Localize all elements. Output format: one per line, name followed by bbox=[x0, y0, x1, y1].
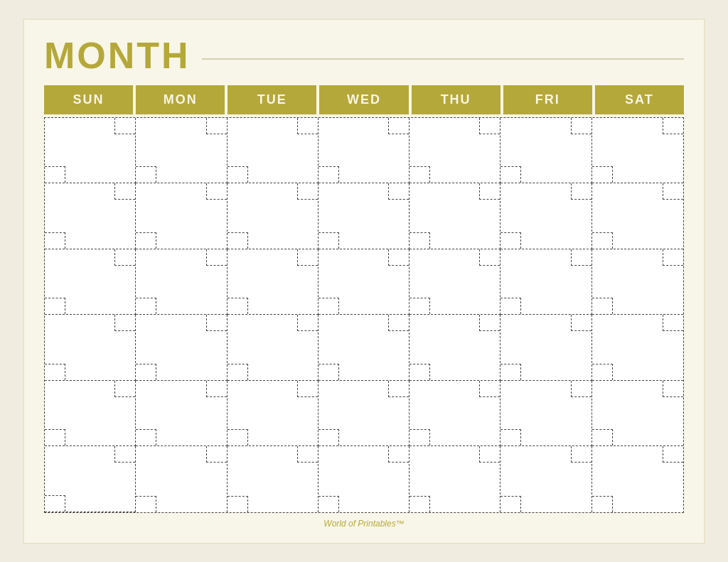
calendar-cell[interactable] bbox=[592, 446, 683, 512]
calendar-cell[interactable] bbox=[45, 249, 136, 315]
month-title: MONTH bbox=[44, 37, 191, 74]
day-header-sat: SAT bbox=[595, 85, 684, 114]
calendar-cell[interactable] bbox=[410, 118, 500, 184]
calendar-cell[interactable] bbox=[318, 446, 410, 512]
calendar-cell[interactable] bbox=[318, 315, 410, 381]
calendar-cell[interactable] bbox=[318, 249, 410, 315]
calendar-cell[interactable] bbox=[500, 183, 592, 249]
calendar-cell[interactable] bbox=[410, 249, 500, 315]
calendar-cell[interactable] bbox=[45, 183, 136, 249]
day-header-thu: THU bbox=[412, 85, 500, 114]
calendar-cell[interactable] bbox=[592, 315, 683, 381]
calendar-container: MONTH SUN MON TUE WED THU FRI SAT World … bbox=[23, 18, 705, 544]
day-header-mon: MON bbox=[136, 85, 225, 114]
calendar-cell[interactable] bbox=[136, 446, 227, 512]
calendar-cell[interactable] bbox=[228, 118, 318, 184]
calendar-cell[interactable] bbox=[136, 381, 227, 447]
calendar-cell[interactable] bbox=[592, 118, 683, 184]
calendar-cell[interactable] bbox=[592, 183, 683, 249]
calendar-cell[interactable] bbox=[410, 381, 500, 447]
calendar-cell[interactable] bbox=[45, 315, 136, 381]
calendar-cell[interactable] bbox=[592, 381, 683, 447]
calendar-grid bbox=[44, 117, 684, 513]
day-header-wed: WED bbox=[319, 85, 408, 114]
calendar-cell[interactable] bbox=[500, 249, 592, 315]
calendar-cell[interactable] bbox=[136, 118, 227, 184]
month-input-line[interactable] bbox=[202, 51, 684, 60]
calendar-cell[interactable] bbox=[228, 315, 318, 381]
calendar-cell[interactable] bbox=[500, 446, 592, 512]
calendar-cell[interactable] bbox=[228, 381, 318, 447]
calendar-cell[interactable] bbox=[592, 249, 683, 315]
calendar-cell[interactable] bbox=[136, 249, 227, 315]
day-header-fri: FRI bbox=[503, 85, 592, 114]
calendar-cell[interactable] bbox=[500, 315, 592, 381]
calendar-cell[interactable] bbox=[410, 183, 500, 249]
calendar-cell[interactable] bbox=[318, 183, 410, 249]
calendar-cell[interactable] bbox=[410, 446, 500, 512]
calendar-cell[interactable] bbox=[318, 118, 410, 184]
calendar-cell[interactable] bbox=[45, 446, 136, 512]
calendar-cell[interactable] bbox=[500, 118, 592, 184]
calendar-cell[interactable] bbox=[136, 183, 227, 249]
calendar-cell[interactable] bbox=[228, 249, 318, 315]
calendar-cell[interactable] bbox=[228, 446, 318, 512]
calendar-cell[interactable] bbox=[136, 315, 227, 381]
calendar-cell[interactable] bbox=[500, 381, 592, 447]
calendar-cell[interactable] bbox=[45, 118, 136, 184]
calendar-cell[interactable] bbox=[410, 315, 500, 381]
day-header-sun: SUN bbox=[44, 85, 133, 114]
day-header-tue: TUE bbox=[228, 85, 316, 114]
calendar-header: MONTH bbox=[44, 37, 684, 74]
calendar-cell[interactable] bbox=[318, 381, 410, 447]
calendar-cell[interactable] bbox=[45, 381, 136, 447]
footer-text: World of Printables™ bbox=[44, 519, 684, 529]
days-header: SUN MON TUE WED THU FRI SAT bbox=[44, 85, 684, 114]
calendar-cell[interactable] bbox=[228, 183, 318, 249]
